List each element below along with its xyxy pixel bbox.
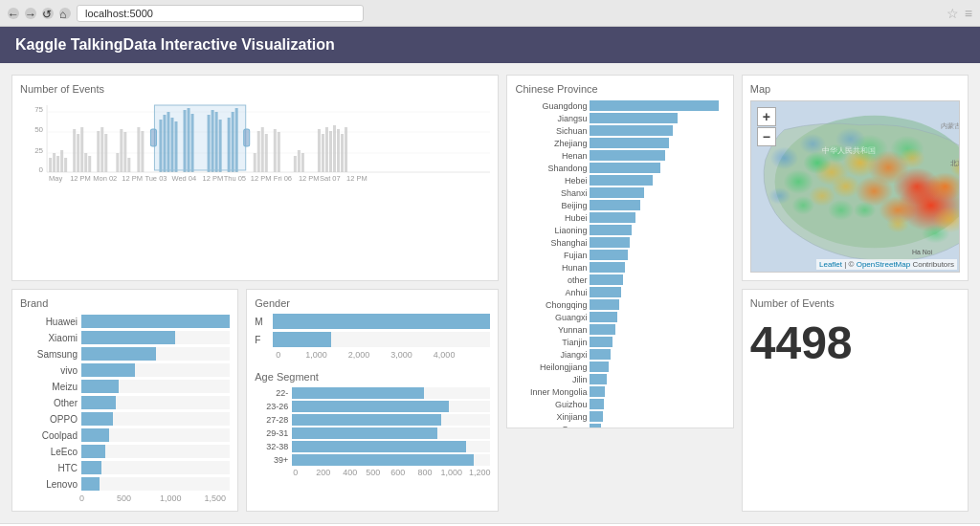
count-title: Number of Events <box>750 297 960 309</box>
age-title: Age Segment <box>255 371 490 383</box>
events-chart[interactable]: 75 50 25 0 <box>20 100 490 186</box>
province-bar-row: other <box>515 274 724 285</box>
brand-bar-row: Meizu <box>20 380 230 393</box>
age-bar-row: 22- <box>255 387 490 399</box>
province-bar-wrap <box>590 274 724 285</box>
svg-rect-46 <box>274 129 277 172</box>
province-bar-label: Shanxi <box>515 188 587 198</box>
svg-rect-61 <box>244 129 250 146</box>
age-bar-label: 29-31 <box>255 428 288 438</box>
province-bar-fill <box>590 200 639 210</box>
brand-bar-label: Xiaomi <box>20 333 78 343</box>
province-bar-wrap <box>590 287 724 297</box>
province-bar-row: Shanxi <box>515 187 724 198</box>
svg-rect-25 <box>137 127 140 172</box>
age-chart[interactable]: 22- 23-26 27-28 29-31 32-38 39 <box>255 387 490 466</box>
bookmark-icon: ☆ <box>947 6 959 21</box>
svg-text:May: May <box>49 174 62 183</box>
province-bar-wrap <box>590 175 724 186</box>
brand-bar-label: Huawei <box>20 317 78 327</box>
age-bar-fill <box>292 427 437 439</box>
province-bar-label: Shandong <box>515 164 587 173</box>
age-bar-label: 32-38 <box>255 442 288 451</box>
province-bar-row: Beijing <box>515 200 724 210</box>
province-bar-fill <box>590 374 606 384</box>
brand-bar-fill <box>81 347 156 361</box>
brand-bar-fill <box>81 461 101 474</box>
province-bar-wrap <box>590 250 724 260</box>
province-bar-fill <box>590 125 673 136</box>
province-bar-wrap <box>590 386 724 397</box>
svg-text:25: 25 <box>34 146 43 155</box>
svg-text:Mon 02: Mon 02 <box>93 174 117 183</box>
province-bar-wrap <box>590 237 724 248</box>
gender-section: Gender M F 01,0002,0003,0004,000 <box>255 297 490 360</box>
zoom-in-button[interactable]: + <box>757 107 776 126</box>
province-bar-wrap <box>590 374 724 384</box>
province-bar-fill <box>590 287 621 297</box>
gender-bar-label: M <box>255 317 269 327</box>
province-bar-row: Zhejiang <box>515 138 724 148</box>
app-title: Kaggle TalkingData Interactive Visualiza… <box>15 36 335 53</box>
browser-refresh[interactable]: ↺ <box>42 8 54 19</box>
map-panel: Map <box>742 75 969 281</box>
province-bar-row: Sichuan <box>515 125 724 136</box>
province-bar-fill <box>590 362 609 372</box>
svg-rect-54 <box>329 131 332 172</box>
province-bar-row: Tianjin <box>515 337 724 347</box>
province-bar-wrap <box>590 163 724 173</box>
province-bar-label: Xinjiang <box>515 412 587 422</box>
svg-rect-18 <box>97 131 100 172</box>
age-bar-wrap <box>292 387 490 399</box>
province-bar-wrap <box>590 150 724 161</box>
age-section: Age Segment 22- 23-26 27-28 29-31 32-38 <box>255 371 490 477</box>
svg-point-104 <box>853 202 876 219</box>
brand-bar-fill <box>81 477 100 491</box>
svg-rect-12 <box>64 158 67 172</box>
province-bar-fill <box>590 225 631 235</box>
brand-bar-row: Other <box>20 396 230 409</box>
province-bar-fill <box>590 212 635 223</box>
svg-text:75: 75 <box>34 105 43 114</box>
brand-bar-wrap <box>81 331 230 344</box>
svg-rect-52 <box>322 134 324 172</box>
province-bar-label: Guizhou <box>515 400 587 409</box>
svg-rect-11 <box>60 150 63 172</box>
province-bar-label: Anhui <box>515 288 587 297</box>
brand-bar-label: OPPO <box>20 414 78 425</box>
brand-bar-fill <box>81 396 116 409</box>
province-bar-row: Xinjiang <box>515 411 724 422</box>
age-bar-row: 32-38 <box>255 441 490 452</box>
browser-forward[interactable]: → <box>25 8 36 19</box>
brand-bar-label: Meizu <box>20 382 78 392</box>
zoom-out-button[interactable]: − <box>757 127 776 146</box>
map-container[interactable]: 中华人民共和国 内蒙古 Ha Noi 北京市 + − Leaflet | © O… <box>750 100 960 273</box>
brand-bar-wrap <box>81 315 230 328</box>
svg-rect-51 <box>318 129 321 172</box>
province-chart[interactable]: Guangdong Jiangsu Sichuan Zhejiang Henan <box>515 100 724 428</box>
map-controls: + − <box>757 107 776 146</box>
events-title: Number of Events <box>20 83 490 95</box>
brand-bar-fill <box>81 315 230 328</box>
age-bar-label: 27-28 <box>255 415 288 425</box>
province-bar-wrap <box>590 212 724 223</box>
brand-chart[interactable]: Huawei Xiaomi Samsung vivo Meizu <box>20 315 230 491</box>
province-bar-fill <box>590 424 601 428</box>
browser-home[interactable]: ⌂ <box>59 8 71 19</box>
gender-chart[interactable]: M F <box>255 314 490 347</box>
province-bar-wrap <box>590 349 724 360</box>
province-bar-row: Guangdong <box>515 100 724 111</box>
svg-rect-9 <box>53 153 56 172</box>
province-bar-label: other <box>515 275 587 285</box>
brand-bar-wrap <box>81 380 230 393</box>
svg-rect-23 <box>123 132 126 172</box>
province-bar-wrap <box>590 187 724 198</box>
browser-url[interactable]: localhost:5000 <box>77 5 364 22</box>
province-bar-fill <box>590 163 660 173</box>
brand-bar-fill <box>81 428 109 442</box>
brand-bar-label: HTC <box>20 463 78 473</box>
svg-rect-20 <box>104 134 107 172</box>
browser-back[interactable]: ← <box>8 8 19 19</box>
province-bar-wrap <box>590 125 724 136</box>
age-bar-row: 29-31 <box>255 427 490 439</box>
